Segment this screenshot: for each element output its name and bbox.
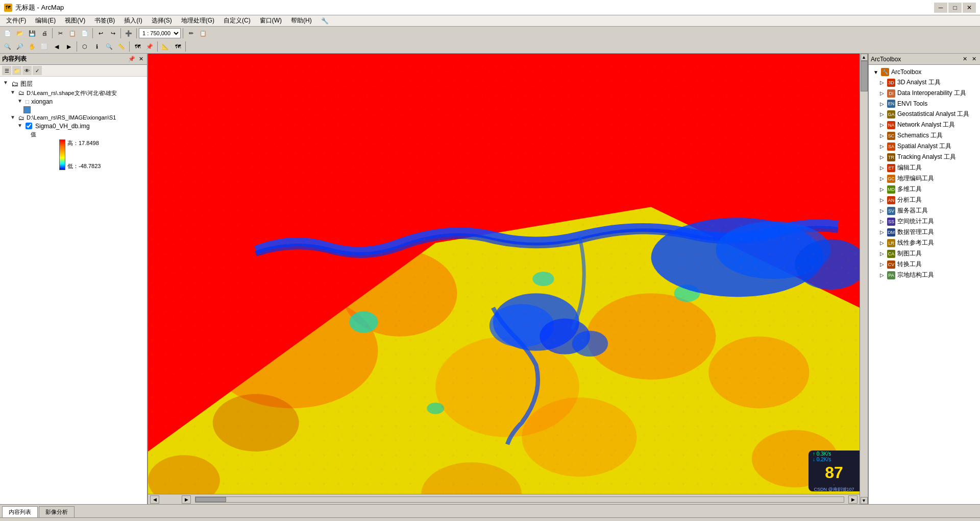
at-parcel[interactable]: ▷ PA 宗地结构工具 xyxy=(869,270,980,280)
save-button[interactable]: 💾 xyxy=(27,28,38,39)
zoom-in-button[interactable]: 🔍 xyxy=(2,41,13,52)
toc-layer2-sublayer[interactable]: ▼ Sigma0_VH_db.img xyxy=(16,123,145,130)
scroll-up-button[interactable]: ▲ xyxy=(861,54,868,61)
at-3d-analyst[interactable]: ▷ 3D 3D Analyst 工具 xyxy=(869,77,980,88)
menu-file[interactable]: 文件(F) xyxy=(2,15,30,26)
expand-icon[interactable]: ▼ xyxy=(2,80,9,85)
at-lr-expand: ▷ xyxy=(879,240,885,246)
find-button[interactable]: 🔍 xyxy=(104,41,115,52)
menu-tools-icon[interactable]: 🔧 xyxy=(317,16,333,26)
at-conversion[interactable]: ▷ CV 转换工具 xyxy=(869,259,980,270)
toc-list-by-source[interactable]: 📁 xyxy=(12,66,21,75)
cut-button[interactable]: ✂ xyxy=(55,28,66,39)
paste-button[interactable]: 📄 xyxy=(79,28,90,39)
layer2-folder-icon: 🗂 xyxy=(18,114,24,122)
data-view-button[interactable]: 🗺 xyxy=(172,41,183,52)
at-edit-tools[interactable]: ▷ ET 编辑工具 xyxy=(869,162,980,173)
menu-help[interactable]: 帮助(H) xyxy=(287,15,316,26)
at-network-analyst[interactable]: ▷ NA Network Analyst 工具 xyxy=(869,120,980,130)
toc-close-button[interactable]: ✕ xyxy=(137,55,145,63)
at-root[interactable]: ▼ 🔧 ArcToolbox xyxy=(869,67,980,77)
arctoolbox-pin-button[interactable]: ✕ xyxy=(961,55,969,63)
arctoolbox-close-button[interactable]: ✕ xyxy=(970,55,978,63)
undo-button[interactable]: ↩ xyxy=(95,28,106,39)
print-button[interactable]: 🖨 xyxy=(39,28,50,39)
sublayer1-expand-icon[interactable]: ▼ xyxy=(16,98,23,104)
at-geocoding[interactable]: ▷ GC 地理编码工具 xyxy=(869,173,980,184)
menu-select[interactable]: 选择(S) xyxy=(148,15,176,26)
at-multidim[interactable]: ▷ MD 多维工具 xyxy=(869,184,980,195)
toc-pin-button[interactable]: 📌 xyxy=(128,55,136,63)
menu-customize[interactable]: 自定义(C) xyxy=(219,15,255,26)
sublayer2-expand-icon[interactable]: ▼ xyxy=(16,123,23,128)
full-extent-button[interactable]: ⬜ xyxy=(39,41,50,52)
at-analysis[interactable]: ▷ AN 分析工具 xyxy=(869,195,980,205)
toc-layer1[interactable]: ▼ 🗂 D:\Learn_rs\.shape文件\河北省\雄安 xyxy=(9,89,145,97)
layer2-expand-icon[interactable]: ▼ xyxy=(9,114,16,120)
h-scrollbar-thumb[interactable] xyxy=(195,497,226,502)
at-geostat[interactable]: ▷ GA Geostatistical Analyst 工具 xyxy=(869,109,980,120)
open-button[interactable]: 📂 xyxy=(14,28,26,39)
h-scrollbar[interactable] xyxy=(195,496,844,503)
scroll-down-button[interactable]: ▼ xyxy=(861,497,868,504)
vscroll-thumb[interactable] xyxy=(861,61,868,91)
sep1 xyxy=(52,28,53,38)
at-linear-ref[interactable]: ▷ LR 线性参考工具 xyxy=(869,238,980,248)
minimize-button[interactable]: ─ xyxy=(934,3,947,13)
toc-layer1-sublayer[interactable]: ▼ □ xiongan xyxy=(16,98,145,105)
map-nav-right[interactable]: ▶ xyxy=(182,495,191,504)
address-button[interactable]: 📌 xyxy=(144,41,155,52)
menu-view[interactable]: 视图(V) xyxy=(61,15,89,26)
map-scroll-right2[interactable]: ▶ xyxy=(848,495,857,504)
menu-bookmarks[interactable]: 书签(B) xyxy=(90,15,119,26)
scale-dropdown[interactable]: 1 : 750,000 xyxy=(139,28,181,38)
map-nav-left[interactable]: ◀ xyxy=(150,495,159,504)
select-features-button[interactable]: ⬡ xyxy=(79,41,90,52)
menu-edit[interactable]: 编辑(E) xyxy=(31,15,60,26)
legend-title: 值 xyxy=(31,131,36,137)
toc-list-by-visibility[interactable]: 👁 xyxy=(22,66,32,75)
vscroll-track[interactable] xyxy=(861,61,868,497)
info-button[interactable]: ℹ xyxy=(91,41,103,52)
at-geo-label: Geostatistical Analyst 工具 xyxy=(897,110,969,119)
add-data-button[interactable]: ➕ xyxy=(123,28,134,39)
toc-layer2[interactable]: ▼ 🗂 D:\Learn_rs\RS_IMAGE\xiongan\S1 xyxy=(9,114,145,122)
forward-extent-button[interactable]: ▶ xyxy=(63,41,75,52)
tab-image-analysis[interactable]: 影像分析 xyxy=(39,506,75,517)
menu-geoprocess[interactable]: 地理处理(G) xyxy=(177,15,218,26)
measure-button[interactable]: 📏 xyxy=(116,41,127,52)
close-button[interactable]: ✕ xyxy=(963,3,976,13)
at-data-mgmt[interactable]: ▷ DM 数据管理工具 xyxy=(869,227,980,238)
at-server[interactable]: ▷ SV 服务器工具 xyxy=(869,205,980,216)
menu-insert[interactable]: 插入(I) xyxy=(120,15,146,26)
menu-window[interactable]: 窗口(W) xyxy=(256,15,286,26)
at-envi[interactable]: ▷ EN ENVI Tools xyxy=(869,99,980,109)
at-spatial-analyst[interactable]: ▷ SA Spatial Analyst 工具 xyxy=(869,141,980,152)
at-carto[interactable]: ▷ CA 制图工具 xyxy=(869,248,980,259)
toc-root-layer[interactable]: ▼ 🗂 图层 xyxy=(2,80,145,88)
at-data-interop[interactable]: ▷ DI Data Interoperability 工具 xyxy=(869,88,980,99)
sublayer1-icon: □ xyxy=(26,98,29,105)
editor-button[interactable]: ✏ xyxy=(185,28,197,39)
at-schematics[interactable]: ▷ SC Schematics 工具 xyxy=(869,130,980,141)
map-area[interactable]: ↑ 0.3K/s ↓ 0.2K/s 87 . CSDN @南斜坡107 ◀ ▶ … xyxy=(148,54,860,504)
zoom-out-button[interactable]: 🔎 xyxy=(14,41,26,52)
layer1-expand-icon[interactable]: ▼ xyxy=(9,89,16,95)
layout-view-button[interactable]: 📐 xyxy=(160,41,171,52)
legend-gradient-bar xyxy=(59,139,65,170)
route-button[interactable]: 🗺 xyxy=(132,41,143,52)
copy-button[interactable]: 📋 xyxy=(67,28,78,39)
at-tracking[interactable]: ▷ TR Tracking Analyst 工具 xyxy=(869,152,980,162)
new-button[interactable]: 📄 xyxy=(2,28,13,39)
sublayer2-checkbox[interactable] xyxy=(26,123,32,129)
pan-button[interactable]: ✋ xyxy=(27,41,38,52)
redo-button[interactable]: ↪ xyxy=(107,28,118,39)
toc-list-by-selection[interactable]: ✓ xyxy=(33,66,42,75)
tab-toc[interactable]: 内容列表 xyxy=(2,506,38,517)
maximize-button[interactable]: □ xyxy=(948,3,962,13)
back-extent-button[interactable]: ◀ xyxy=(51,41,62,52)
attributes-button[interactable]: 📋 xyxy=(198,28,209,39)
upload-speed: ↑ 0.3K/s xyxy=(813,451,831,457)
toc-list-by-drawing[interactable]: ☰ xyxy=(2,66,11,75)
at-spatial-stats[interactable]: ▷ SS 空间统计工具 xyxy=(869,216,980,227)
